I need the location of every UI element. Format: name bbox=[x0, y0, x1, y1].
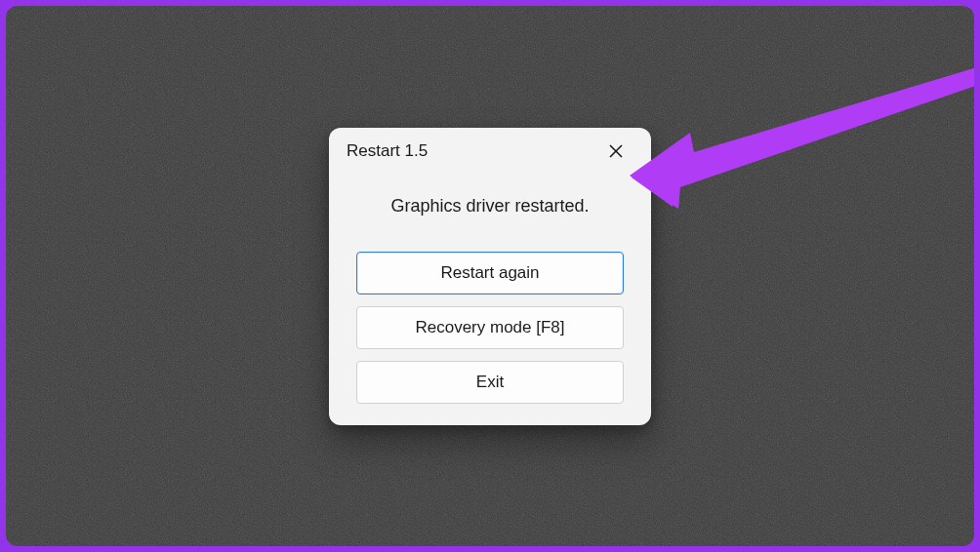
title-bar: Restart 1.5 bbox=[329, 128, 651, 171]
annotation-arrow-icon bbox=[626, 62, 974, 218]
annotation-arrow bbox=[626, 62, 974, 218]
dialog-title: Restart 1.5 bbox=[347, 141, 428, 161]
exit-button[interactable]: Exit bbox=[356, 361, 624, 404]
svg-marker-2 bbox=[635, 66, 974, 197]
svg-marker-3 bbox=[632, 64, 974, 207]
close-button[interactable] bbox=[598, 138, 633, 165]
status-message: Graphics driver restarted. bbox=[347, 196, 633, 217]
svg-marker-4 bbox=[630, 64, 974, 209]
close-icon bbox=[608, 143, 624, 159]
restart-dialog: Restart 1.5 Graphics driver restarted. R… bbox=[329, 128, 651, 425]
desktop-background: Restart 1.5 Graphics driver restarted. R… bbox=[6, 6, 974, 546]
button-group: Restart again Recovery mode [F8] Exit bbox=[329, 252, 651, 404]
restart-again-button[interactable]: Restart again bbox=[356, 252, 624, 295]
recovery-mode-button[interactable]: Recovery mode [F8] bbox=[356, 306, 624, 349]
